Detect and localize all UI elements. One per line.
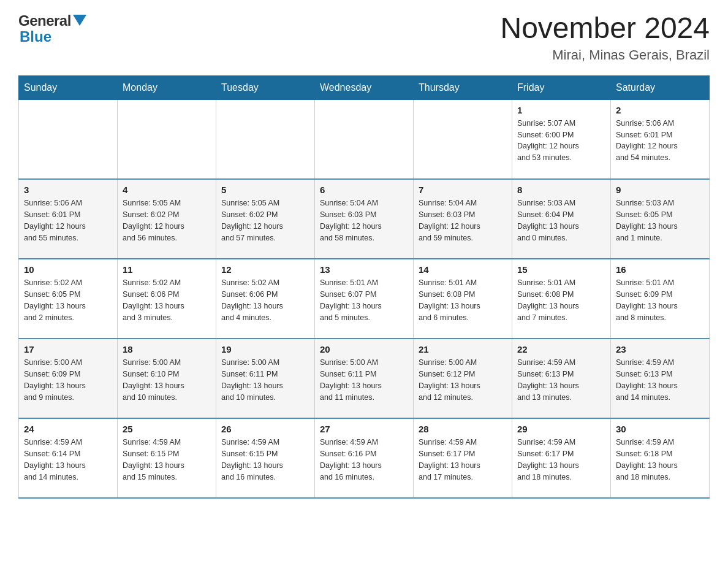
day-number: 24	[24, 424, 112, 434]
weekday-header-tuesday: Tuesday	[216, 75, 315, 99]
day-number: 5	[221, 185, 309, 195]
day-cell: 7Sunrise: 5:04 AM Sunset: 6:03 PM Daylig…	[414, 179, 512, 259]
logo-triangle-icon	[73, 15, 86, 28]
weekday-header-sunday: Sunday	[19, 75, 118, 99]
day-number: 19	[221, 344, 309, 354]
day-cell: 22Sunrise: 4:59 AM Sunset: 6:13 PM Dayli…	[512, 339, 611, 418]
day-number: 30	[616, 424, 704, 434]
day-number: 20	[320, 344, 408, 354]
calendar-title: November 2024	[500, 12, 710, 45]
day-info: Sunrise: 5:00 AM Sunset: 6:12 PM Dayligh…	[419, 357, 507, 403]
day-cell: 8Sunrise: 5:03 AM Sunset: 6:04 PM Daylig…	[512, 179, 611, 259]
day-cell	[315, 99, 414, 179]
day-info: Sunrise: 5:00 AM Sunset: 6:09 PM Dayligh…	[24, 357, 112, 403]
title-section: November 2024 Mirai, Minas Gerais, Brazi…	[500, 12, 710, 63]
day-cell: 30Sunrise: 4:59 AM Sunset: 6:18 PM Dayli…	[611, 418, 710, 498]
day-number: 2	[616, 105, 704, 115]
day-info: Sunrise: 4:59 AM Sunset: 6:18 PM Dayligh…	[616, 437, 704, 483]
day-cell: 23Sunrise: 4:59 AM Sunset: 6:13 PM Dayli…	[611, 339, 710, 418]
day-number: 6	[320, 185, 408, 195]
day-info: Sunrise: 5:05 AM Sunset: 6:02 PM Dayligh…	[221, 197, 309, 243]
day-cell: 4Sunrise: 5:05 AM Sunset: 6:02 PM Daylig…	[118, 179, 216, 259]
logo-blue-text: Blue	[20, 28, 51, 45]
day-number: 8	[517, 185, 605, 195]
day-cell: 19Sunrise: 5:00 AM Sunset: 6:11 PM Dayli…	[216, 339, 315, 418]
calendar-subtitle: Mirai, Minas Gerais, Brazil	[500, 47, 710, 63]
day-cell	[19, 99, 118, 179]
day-info: Sunrise: 5:01 AM Sunset: 6:07 PM Dayligh…	[320, 277, 408, 323]
day-info: Sunrise: 5:04 AM Sunset: 6:03 PM Dayligh…	[320, 197, 408, 243]
day-info: Sunrise: 4:59 AM Sunset: 6:13 PM Dayligh…	[616, 357, 704, 403]
day-cell: 24Sunrise: 4:59 AM Sunset: 6:14 PM Dayli…	[19, 418, 118, 498]
day-info: Sunrise: 5:03 AM Sunset: 6:04 PM Dayligh…	[517, 197, 605, 243]
day-info: Sunrise: 5:03 AM Sunset: 6:05 PM Dayligh…	[616, 197, 704, 243]
day-number: 14	[419, 264, 507, 275]
day-number: 3	[24, 185, 112, 195]
svg-marker-0	[73, 15, 86, 26]
day-cell: 1Sunrise: 5:07 AM Sunset: 6:00 PM Daylig…	[512, 99, 611, 179]
day-number: 12	[221, 264, 309, 275]
page-header: General Blue November 2024 Mirai, Minas …	[18, 12, 710, 63]
day-cell: 20Sunrise: 5:00 AM Sunset: 6:11 PM Dayli…	[315, 339, 414, 418]
day-info: Sunrise: 5:00 AM Sunset: 6:10 PM Dayligh…	[123, 357, 211, 403]
day-info: Sunrise: 5:00 AM Sunset: 6:11 PM Dayligh…	[320, 357, 408, 403]
day-number: 4	[123, 185, 211, 195]
day-info: Sunrise: 5:00 AM Sunset: 6:11 PM Dayligh…	[221, 357, 309, 403]
day-cell: 12Sunrise: 5:02 AM Sunset: 6:06 PM Dayli…	[216, 259, 315, 339]
weekday-header-thursday: Thursday	[414, 75, 512, 99]
logo: General Blue	[18, 12, 86, 45]
day-cell: 11Sunrise: 5:02 AM Sunset: 6:06 PM Dayli…	[118, 259, 216, 339]
day-number: 22	[517, 344, 605, 354]
calendar-table: SundayMondayTuesdayWednesdayThursdayFrid…	[18, 75, 710, 499]
week-row-4: 17Sunrise: 5:00 AM Sunset: 6:09 PM Dayli…	[19, 339, 710, 418]
day-info: Sunrise: 5:04 AM Sunset: 6:03 PM Dayligh…	[419, 197, 507, 243]
day-cell	[216, 99, 315, 179]
week-row-5: 24Sunrise: 4:59 AM Sunset: 6:14 PM Dayli…	[19, 418, 710, 498]
day-cell: 15Sunrise: 5:01 AM Sunset: 6:08 PM Dayli…	[512, 259, 611, 339]
day-number: 21	[419, 344, 507, 354]
day-info: Sunrise: 4:59 AM Sunset: 6:15 PM Dayligh…	[123, 437, 211, 483]
day-info: Sunrise: 5:07 AM Sunset: 6:00 PM Dayligh…	[517, 118, 605, 164]
day-info: Sunrise: 4:59 AM Sunset: 6:16 PM Dayligh…	[320, 437, 408, 483]
day-cell: 13Sunrise: 5:01 AM Sunset: 6:07 PM Dayli…	[315, 259, 414, 339]
week-row-3: 10Sunrise: 5:02 AM Sunset: 6:05 PM Dayli…	[19, 259, 710, 339]
weekday-header-friday: Friday	[512, 75, 611, 99]
day-info: Sunrise: 5:01 AM Sunset: 6:08 PM Dayligh…	[517, 277, 605, 323]
week-row-2: 3Sunrise: 5:06 AM Sunset: 6:01 PM Daylig…	[19, 179, 710, 259]
weekday-header-wednesday: Wednesday	[315, 75, 414, 99]
week-row-1: 1Sunrise: 5:07 AM Sunset: 6:00 PM Daylig…	[19, 99, 710, 179]
day-cell: 21Sunrise: 5:00 AM Sunset: 6:12 PM Dayli…	[414, 339, 512, 418]
logo-general-text: General	[18, 12, 71, 29]
day-cell	[118, 99, 216, 179]
day-number: 13	[320, 264, 408, 275]
day-cell: 10Sunrise: 5:02 AM Sunset: 6:05 PM Dayli…	[19, 259, 118, 339]
day-number: 18	[123, 344, 211, 354]
day-cell: 16Sunrise: 5:01 AM Sunset: 6:09 PM Dayli…	[611, 259, 710, 339]
day-cell: 9Sunrise: 5:03 AM Sunset: 6:05 PM Daylig…	[611, 179, 710, 259]
day-cell: 18Sunrise: 5:00 AM Sunset: 6:10 PM Dayli…	[118, 339, 216, 418]
day-info: Sunrise: 5:06 AM Sunset: 6:01 PM Dayligh…	[24, 197, 112, 243]
day-cell	[414, 99, 512, 179]
day-info: Sunrise: 5:05 AM Sunset: 6:02 PM Dayligh…	[123, 197, 211, 243]
day-number: 11	[123, 264, 211, 275]
day-info: Sunrise: 5:01 AM Sunset: 6:09 PM Dayligh…	[616, 277, 704, 323]
day-cell: 27Sunrise: 4:59 AM Sunset: 6:16 PM Dayli…	[315, 418, 414, 498]
day-info: Sunrise: 4:59 AM Sunset: 6:13 PM Dayligh…	[517, 357, 605, 403]
day-cell: 14Sunrise: 5:01 AM Sunset: 6:08 PM Dayli…	[414, 259, 512, 339]
day-cell: 2Sunrise: 5:06 AM Sunset: 6:01 PM Daylig…	[611, 99, 710, 179]
day-number: 16	[616, 264, 704, 275]
day-info: Sunrise: 5:01 AM Sunset: 6:08 PM Dayligh…	[419, 277, 507, 323]
day-number: 17	[24, 344, 112, 354]
day-cell: 3Sunrise: 5:06 AM Sunset: 6:01 PM Daylig…	[19, 179, 118, 259]
day-number: 15	[517, 264, 605, 275]
day-number: 29	[517, 424, 605, 434]
day-info: Sunrise: 5:02 AM Sunset: 6:05 PM Dayligh…	[24, 277, 112, 323]
day-info: Sunrise: 5:02 AM Sunset: 6:06 PM Dayligh…	[123, 277, 211, 323]
day-info: Sunrise: 5:06 AM Sunset: 6:01 PM Dayligh…	[616, 118, 704, 164]
day-cell: 6Sunrise: 5:04 AM Sunset: 6:03 PM Daylig…	[315, 179, 414, 259]
weekday-header-row: SundayMondayTuesdayWednesdayThursdayFrid…	[19, 75, 710, 99]
day-cell: 25Sunrise: 4:59 AM Sunset: 6:15 PM Dayli…	[118, 418, 216, 498]
day-info: Sunrise: 4:59 AM Sunset: 6:14 PM Dayligh…	[24, 437, 112, 483]
day-number: 26	[221, 424, 309, 434]
day-number: 1	[517, 105, 605, 115]
